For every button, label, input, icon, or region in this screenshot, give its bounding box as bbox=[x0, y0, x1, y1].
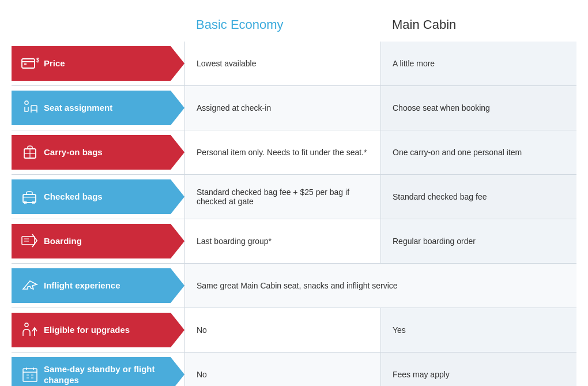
row-standby: Same-day standby or flight changes No Fe… bbox=[12, 353, 576, 386]
header-basic-economy: Basic Economy bbox=[184, 12, 380, 42]
row-price: $ Price Lowest available A little more bbox=[12, 42, 576, 86]
rows-container: $ Price Lowest available A little more S… bbox=[12, 42, 576, 386]
cell-upgrades-main: Yes bbox=[380, 308, 576, 352]
cell-inflight-span: Same great Main Cabin seat, snacks and i… bbox=[184, 264, 576, 308]
header-row: Basic Economy Main Cabin bbox=[12, 12, 576, 42]
label-text-inflight: Inflight experience bbox=[44, 280, 175, 291]
cell-seat-assignment-basic: Assigned at check-in bbox=[184, 86, 380, 130]
label-boarding: Boarding bbox=[12, 219, 184, 263]
header-main-cabin: Main Cabin bbox=[380, 12, 576, 42]
cell-boarding-basic: Last boarding group* bbox=[184, 219, 380, 263]
label-seat-assignment: Seat assignment bbox=[12, 86, 184, 130]
svg-rect-13 bbox=[22, 237, 35, 245]
label-checked-bags: Checked bags bbox=[12, 175, 184, 219]
cell-checked-bags-basic: Standard checked bag fee + $25 per bag i… bbox=[184, 175, 380, 219]
icon-boarding bbox=[16, 232, 44, 250]
label-price: $ Price bbox=[12, 42, 184, 85]
label-bg-standby: Same-day standby or flight changes bbox=[12, 357, 184, 386]
row-seat-assignment: Seat assignment Assigned at check-in Cho… bbox=[12, 86, 576, 130]
cell-upgrades-basic: No bbox=[184, 308, 380, 352]
row-carry-on: Carry-on bags Personal item only. Needs … bbox=[12, 130, 576, 175]
icon-checked-bags bbox=[16, 188, 44, 206]
label-text-seat-assignment: Seat assignment bbox=[44, 102, 175, 114]
label-text-boarding: Boarding bbox=[44, 235, 175, 247]
icon-price: $ bbox=[16, 54, 44, 73]
icon-inflight bbox=[16, 276, 44, 295]
row-boarding: Boarding Last boarding group* Regular bo… bbox=[12, 219, 576, 264]
label-standby: Same-day standby or flight changes bbox=[12, 353, 184, 386]
icon-carry-on bbox=[16, 143, 44, 162]
label-text-carry-on: Carry-on bags bbox=[44, 147, 175, 158]
svg-rect-18 bbox=[23, 369, 37, 381]
label-carry-on: Carry-on bags bbox=[12, 130, 184, 174]
svg-rect-0 bbox=[22, 59, 35, 68]
cell-standby-main: Fees may apply bbox=[380, 353, 576, 386]
cell-checked-bags-main: Standard checked bag fee bbox=[380, 175, 576, 219]
label-text-checked-bags: Checked bags bbox=[44, 191, 175, 203]
label-bg-inflight: Inflight experience bbox=[12, 268, 184, 303]
svg-rect-5 bbox=[31, 106, 37, 110]
cell-price-basic: Lowest available bbox=[184, 42, 380, 85]
icon-upgrades bbox=[16, 321, 44, 339]
row-checked-bags: Checked bags Standard checked bag fee + … bbox=[12, 175, 576, 219]
label-text-price: Price bbox=[44, 58, 175, 69]
label-upgrades: Eligible for upgrades bbox=[12, 308, 184, 352]
svg-text:$: $ bbox=[36, 57, 39, 63]
cell-standby-basic: No bbox=[184, 353, 380, 386]
cell-boarding-main: Regular boarding order bbox=[380, 219, 576, 263]
label-inflight: Inflight experience bbox=[12, 264, 184, 308]
icon-standby bbox=[16, 365, 44, 384]
label-text-standby: Same-day standby or flight changes bbox=[44, 363, 175, 386]
icon-seat-assignment bbox=[16, 99, 44, 117]
label-text-upgrades: Eligible for upgrades bbox=[44, 324, 175, 336]
header-empty bbox=[12, 12, 184, 42]
label-bg-seat-assignment: Seat assignment bbox=[12, 91, 184, 125]
cell-seat-assignment-main: Choose seat when booking bbox=[380, 86, 576, 130]
svg-point-16 bbox=[25, 323, 28, 327]
label-bg-boarding: Boarding bbox=[12, 224, 184, 258]
label-bg-checked-bags: Checked bags bbox=[12, 179, 184, 214]
cell-carry-on-main: One carry-on and one personal item bbox=[380, 130, 576, 174]
row-upgrades: Eligible for upgrades No Yes bbox=[12, 308, 576, 353]
svg-point-4 bbox=[25, 101, 28, 104]
cell-price-main: A little more bbox=[380, 42, 576, 85]
row-inflight: Inflight experience Same great Main Cabi… bbox=[12, 264, 576, 308]
label-bg-carry-on: Carry-on bags bbox=[12, 135, 184, 170]
label-bg-upgrades: Eligible for upgrades bbox=[12, 313, 184, 347]
cell-carry-on-basic: Personal item only. Needs to fit under t… bbox=[184, 130, 380, 174]
comparison-table: Basic Economy Main Cabin $ Price Lowest … bbox=[12, 12, 576, 386]
label-bg-price: $ Price bbox=[12, 46, 184, 81]
